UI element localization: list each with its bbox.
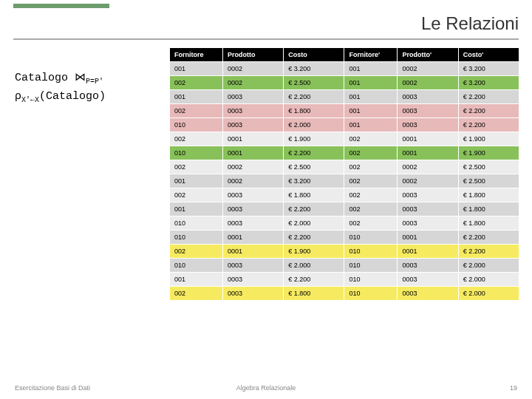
table-cell: 0003 <box>222 188 283 202</box>
table-cell: € 2.500 <box>284 160 344 174</box>
table-cell: 0003 <box>398 216 458 231</box>
table-cell: 001 <box>170 62 223 76</box>
table-row: 0010003€ 2.2000100003€ 2.000 <box>170 273 519 287</box>
table-cell: 0001 <box>222 132 283 146</box>
table-cell: 010 <box>344 245 398 259</box>
table-cell: 0003 <box>222 104 283 118</box>
table-cell: 002 <box>344 202 398 216</box>
table-row: 0100003€ 2.0000020003€ 1.800 <box>170 216 519 231</box>
table-cell: 0003 <box>222 202 283 216</box>
table-cell: 0002 <box>222 160 283 174</box>
table-cell: 001 <box>170 202 223 216</box>
table-cell: 001 <box>344 62 398 76</box>
formula-line-1: Catalogo ⋈P=P' <box>15 68 106 88</box>
table-cell: 010 <box>344 259 398 273</box>
accent-bar <box>13 4 109 8</box>
table-cell: 0003 <box>222 273 283 287</box>
table-cell: 0001 <box>398 132 458 146</box>
table-cell: € 2.000 <box>284 216 344 231</box>
formula-block: Catalogo ⋈P=P' ρX'←X(Catalogo) <box>15 68 106 106</box>
table-cell: 002 <box>344 160 398 174</box>
table-cell: 002 <box>170 132 223 146</box>
table-cell: 0003 <box>222 287 283 301</box>
table-cell: 0002 <box>222 174 283 188</box>
table-cell: 0002 <box>222 76 283 90</box>
table-cell: € 2.500 <box>458 160 519 174</box>
table-row: 0010002€ 3.2000020002€ 2.500 <box>170 174 519 188</box>
table-cell: € 3.200 <box>458 76 519 90</box>
table-header-cell: Prodotto' <box>398 48 458 62</box>
table-body: 0010002€ 3.2000010002€ 3.2000020002€ 2.5… <box>170 62 519 301</box>
table-cell: 002 <box>344 132 398 146</box>
table-cell: € 1.800 <box>458 216 519 231</box>
table-cell: € 2.200 <box>284 273 344 287</box>
table-cell: € 2.200 <box>284 231 344 245</box>
relation-table: FornitoreProdottoCostoFornitore'Prodotto… <box>169 47 519 301</box>
table-cell: € 2.000 <box>458 259 519 273</box>
table-cell: € 2.200 <box>458 245 519 259</box>
title-bar: Le Relazioni <box>13 9 519 40</box>
table-cell: 002 <box>344 188 398 202</box>
table-cell: 0003 <box>398 202 458 216</box>
table-cell: € 2.200 <box>458 118 519 132</box>
table-row: 0020003€ 1.8000100003€ 2.000 <box>170 287 519 301</box>
table-cell: 001 <box>170 90 223 104</box>
table-header-cell: Fornitore <box>170 48 223 62</box>
table-cell: 001 <box>344 76 398 90</box>
table-cell: 0003 <box>398 118 458 132</box>
table-cell: € 1.900 <box>458 146 519 160</box>
table-cell: 0002 <box>398 76 458 90</box>
rho-sub: X'←X <box>21 96 39 104</box>
table-cell: 0003 <box>398 90 458 104</box>
table-cell: 001 <box>170 273 223 287</box>
table-cell: € 1.800 <box>284 188 344 202</box>
table-cell: 002 <box>344 216 398 231</box>
table-cell: 001 <box>344 90 398 104</box>
table-cell: € 2.200 <box>458 231 519 245</box>
table-cell: 0003 <box>222 259 283 273</box>
table-row: 0100003€ 2.0000010003€ 2.200 <box>170 118 519 132</box>
table-header-row: FornitoreProdottoCostoFornitore'Prodotto… <box>170 48 519 62</box>
table-cell: 001 <box>170 174 223 188</box>
table-cell: 010 <box>344 273 398 287</box>
table-row: 0020001€ 1.9000020001€ 1.900 <box>170 132 519 146</box>
formula-text: (Catalogo) <box>39 90 106 103</box>
slide: Le Relazioni Catalogo ⋈P=P' ρX'←X(Catalo… <box>0 0 532 399</box>
table-header-cell: Fornitore' <box>344 48 398 62</box>
table-cell: 002 <box>170 160 223 174</box>
table-cell: € 1.900 <box>458 132 519 146</box>
table-cell: € 2.500 <box>284 76 344 90</box>
table-row: 0100003€ 2.0000100003€ 2.000 <box>170 259 519 273</box>
table-cell: 0002 <box>222 62 283 76</box>
table-cell: 0003 <box>398 188 458 202</box>
table-row: 0020002€ 2.5000010002€ 3.200 <box>170 76 519 90</box>
table-cell: 010 <box>170 216 223 231</box>
table-cell: 0003 <box>222 90 283 104</box>
table-cell: € 3.200 <box>284 174 344 188</box>
table-cell: € 1.800 <box>284 287 344 301</box>
table-cell: 0003 <box>398 104 458 118</box>
table-cell: € 3.200 <box>458 62 519 76</box>
table-header-cell: Costo <box>284 48 344 62</box>
table-cell: € 2.500 <box>458 174 519 188</box>
rho-symbol: ρ <box>15 90 21 103</box>
table-cell: 002 <box>170 104 223 118</box>
table-cell: € 2.200 <box>284 146 344 160</box>
table-row: 0010003€ 2.2000010003€ 2.200 <box>170 90 519 104</box>
table-cell: € 2.000 <box>458 273 519 287</box>
table-header-cell: Prodotto <box>222 48 283 62</box>
formula-line-2: ρX'←X(Catalogo) <box>15 88 106 106</box>
table-row: 0020002€ 2.5000020002€ 2.500 <box>170 160 519 174</box>
table-cell: € 2.000 <box>458 287 519 301</box>
table-cell: 0003 <box>398 259 458 273</box>
table-cell: 010 <box>170 118 223 132</box>
table-cell: 002 <box>170 76 223 90</box>
formula-text: Catalogo <box>15 72 75 84</box>
table-cell: € 1.800 <box>458 188 519 202</box>
table-cell: 010 <box>170 231 223 245</box>
footer-center: Algebra Relazionale <box>0 384 532 392</box>
table-cell: € 2.000 <box>284 118 344 132</box>
table-cell: 002 <box>344 146 398 160</box>
page-title: Le Relazioni <box>421 13 519 34</box>
table-cell: € 1.900 <box>284 132 344 146</box>
